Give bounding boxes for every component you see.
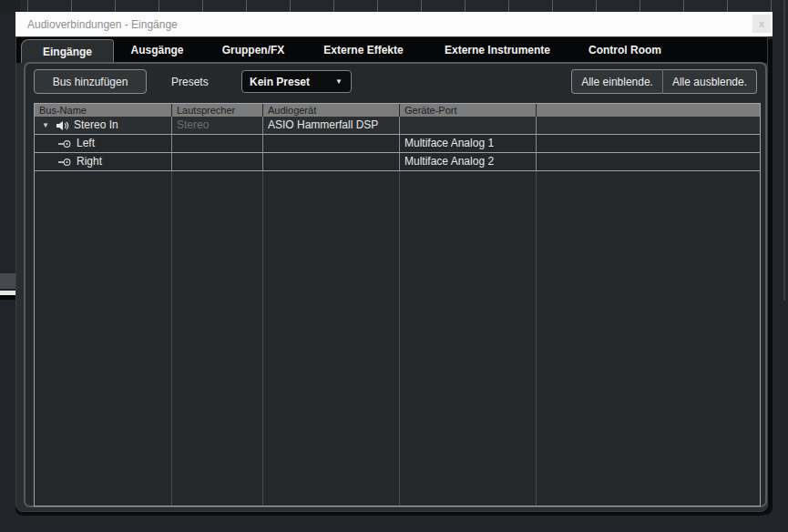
speaker-config: [172, 153, 263, 170]
dialog-titlebar[interactable]: Audioverbindungen - Eingänge x: [15, 12, 773, 36]
add-bus-button[interactable]: Bus hinzufügen: [34, 69, 147, 94]
tab-content-panel: Bus hinzufügen Presets Kein Preset ▼ All…: [24, 62, 767, 507]
table-grid-line: [171, 171, 172, 506]
tab-eingaenge[interactable]: Eingänge: [21, 39, 114, 63]
tab-externe-effekte[interactable]: Externe Effekte: [306, 37, 421, 63]
tab-gruppen-fx[interactable]: Gruppen/FX: [200, 37, 306, 63]
tab-control-room[interactable]: Control Room: [574, 37, 676, 63]
channel-name: Right: [77, 153, 102, 170]
close-button[interactable]: x: [752, 15, 771, 33]
audio-connections-dialog: Audioverbindungen - Eingänge x Eingänge …: [15, 12, 773, 516]
table-header-row: Bus-Name Lautsprecher Audiogerät Geräte-…: [35, 104, 760, 117]
table-grid-line: [262, 171, 263, 506]
bus-name: Stereo In: [74, 117, 118, 134]
device-port[interactable]: Multiface Analog 1: [400, 135, 537, 152]
preset-dropdown-value: Kein Preset: [250, 76, 310, 88]
speaker-config: Stereo: [172, 117, 263, 134]
channel-pin-icon: [58, 139, 71, 148]
tab-ausgaenge[interactable]: Ausgänge: [114, 37, 200, 63]
audio-device[interactable]: ASIO Hammerfall DSP: [263, 117, 400, 134]
collapse-all-button[interactable]: Alle ausblende.: [662, 69, 757, 94]
table-row[interactable]: Left Multiface Analog 1: [35, 135, 760, 153]
backdrop-lane-dark: [0, 295, 15, 300]
audio-device: [263, 153, 400, 170]
expand-collapse-group: Alle einblende. Alle ausblende.: [571, 69, 757, 94]
speaker-config: [172, 135, 263, 152]
column-header-lautsprecher[interactable]: Lautsprecher: [172, 104, 263, 117]
device-port[interactable]: Multiface Analog 2: [400, 153, 537, 170]
bus-table: Bus-Name Lautsprecher Audiogerät Geräte-…: [34, 103, 761, 506]
chevron-down-icon: ▼: [335, 77, 343, 86]
dialog-title: Audioverbindungen - Eingänge: [15, 18, 178, 31]
table-grid-line: [399, 171, 400, 506]
audio-device: [263, 135, 400, 152]
ruler-start-block: [0, 0, 20, 12]
presets-label: Presets: [171, 69, 209, 94]
backdrop-right-edge: [783, 0, 785, 301]
column-header-geraete-port[interactable]: Geräte-Port: [400, 104, 537, 117]
table-grid-line: [536, 171, 537, 506]
device-port[interactable]: [400, 117, 537, 134]
tab-externe-instrumente[interactable]: Externe Instrumente: [421, 37, 574, 63]
column-header-bus-name[interactable]: Bus-Name: [35, 104, 172, 117]
backdrop-track-divider: [0, 273, 15, 289]
table-row[interactable]: ▼ Stereo In Stereo ASIO Hammerfall DSP: [35, 117, 760, 135]
speaker-icon: [56, 120, 70, 131]
column-header-audiogeraet[interactable]: Audiogerät: [263, 104, 400, 117]
timeline-ruler: [0, 0, 788, 12]
column-header-empty: [537, 104, 760, 117]
tab-bar: Eingänge Ausgänge Gruppen/FX Externe Eff…: [16, 37, 767, 63]
expander-icon[interactable]: ▼: [38, 117, 53, 134]
table-row[interactable]: Right Multiface Analog 2: [35, 153, 760, 171]
preset-dropdown[interactable]: Kein Preset ▼: [241, 70, 352, 93]
channel-name: Left: [77, 135, 95, 152]
channel-pin-icon: [58, 158, 71, 167]
dialog-body: Eingänge Ausgänge Gruppen/FX Externe Eff…: [15, 36, 768, 512]
expand-all-button[interactable]: Alle einblende.: [571, 69, 662, 94]
